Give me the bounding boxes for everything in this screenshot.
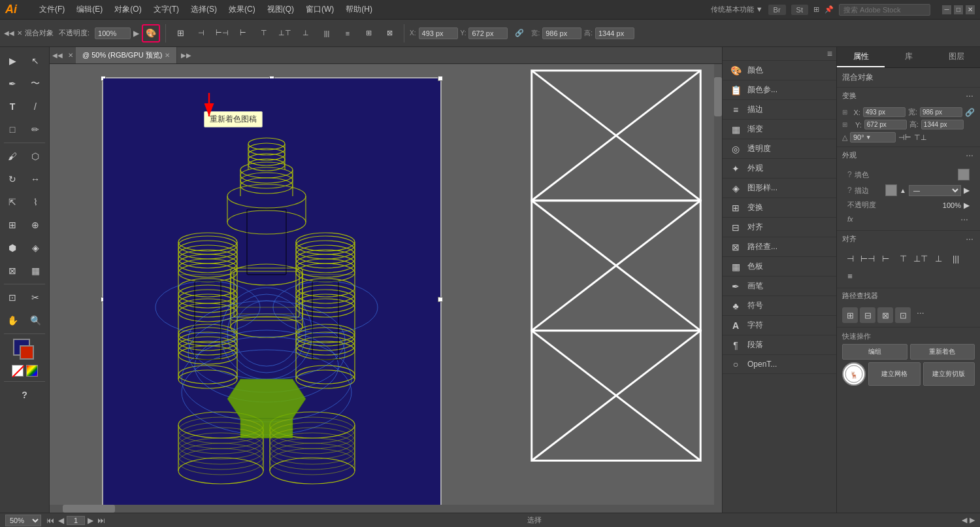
line-tool[interactable]: / — [24, 95, 46, 118]
panel-symbols[interactable]: ♣ 符号 — [723, 296, 836, 316]
rect-tool[interactable]: □ — [1, 118, 24, 141]
stroke-expand[interactable]: ▶ — [964, 186, 970, 195]
tab-layers[interactable]: 图层 — [932, 47, 980, 67]
direct-select-tool[interactable]: ↖ — [24, 50, 46, 72]
graph-tool[interactable]: ▦ — [24, 260, 46, 282]
reflect-tool[interactable]: ↔ — [24, 168, 46, 190]
slice-tool[interactable]: ✂ — [24, 286, 46, 309]
panel-color[interactable]: 🎨 颜色 — [723, 61, 836, 80]
h-prop-input[interactable] — [921, 120, 964, 129]
stroke-up[interactable]: ▲ — [900, 187, 906, 194]
link-proportions[interactable]: 🔗 — [510, 24, 529, 42]
perspective-tool[interactable]: ◈ — [24, 237, 46, 259]
w-prop-input[interactable] — [920, 107, 962, 117]
flip-v-btn[interactable]: ⊤⊥ — [914, 133, 927, 142]
minimize-button[interactable]: ─ — [942, 5, 951, 14]
panel-paragraph[interactable]: ¶ 段落 — [723, 335, 836, 355]
align-right-edge[interactable]: ⊢ — [877, 250, 893, 266]
curvature-tool[interactable]: 〜 — [24, 73, 46, 95]
question-tool[interactable]: ? — [14, 384, 36, 406]
rotate-tool[interactable]: ↻ — [1, 168, 24, 190]
blob-brush-tool[interactable]: ⬡ — [24, 145, 46, 167]
angle-dropdown[interactable]: ▼ — [866, 134, 872, 141]
spacing-btn[interactable]: ⊞ — [359, 24, 378, 42]
tab-close-btn[interactable]: ✕ — [165, 52, 170, 59]
fx-more-btn[interactable]: ··· — [959, 214, 970, 224]
opacity-expand-btn[interactable]: ▶ — [964, 201, 970, 210]
align-h-center[interactable]: ⊢⊣ — [213, 24, 231, 42]
maximize-button[interactable]: □ — [954, 5, 963, 14]
distrib-h2[interactable]: ||| — [948, 250, 964, 266]
warp-tool[interactable]: ⌇ — [24, 191, 46, 213]
paintbrush-tool[interactable]: 🖌 — [1, 145, 24, 167]
align-v-bottom[interactable]: ⊥ — [297, 24, 315, 42]
align-v-center[interactable]: ⊥⊤ — [276, 24, 294, 42]
search-input[interactable] — [839, 4, 930, 16]
pf-unite[interactable]: ⊞ — [842, 307, 858, 323]
align-left-edge[interactable]: ⊣ — [842, 250, 858, 266]
distrib-v2[interactable]: ≡ — [842, 268, 858, 284]
align-top-edge[interactable]: ⊤ — [895, 250, 911, 266]
panel-gradient[interactable]: ▦ 渐变 — [723, 120, 836, 139]
close-button[interactable]: ✕ — [966, 5, 975, 14]
menu-file[interactable]: 文件(F) — [34, 3, 70, 16]
x-input[interactable] — [419, 27, 458, 39]
pf-more-btn[interactable]: ··· — [915, 307, 926, 323]
menu-edit[interactable]: 编辑(E) — [71, 3, 108, 16]
scroll-thumb-v[interactable] — [714, 77, 722, 116]
status-arrow-right[interactable]: ▶ — [970, 516, 975, 524]
pf-exclude[interactable]: ⊡ — [895, 307, 911, 323]
active-tab[interactable]: @ 50% (RGB/GPU 预览) ✕ — [76, 47, 177, 63]
menu-object[interactable]: 对象(O) — [109, 3, 146, 16]
menu-help[interactable]: 帮助(H) — [340, 3, 378, 16]
tab-properties[interactable]: 属性 — [837, 47, 885, 67]
panel-swatches[interactable]: ▦ 色板 — [723, 257, 836, 277]
horizontal-scrollbar[interactable] — [50, 505, 714, 513]
pf-intersect[interactable]: ⊠ — [877, 307, 893, 323]
tab-close-left[interactable]: ✕ — [65, 52, 76, 59]
align-btn-1[interactable]: ⊞ — [171, 24, 189, 42]
align-v-centers[interactable]: ⊥⊤ — [913, 250, 928, 266]
panel-appearance[interactable]: ✦ 外观 — [723, 159, 836, 178]
scale-tool[interactable]: ⇱ — [1, 191, 24, 213]
tab-library[interactable]: 库 — [885, 47, 932, 67]
next-page-btn[interactable]: ▶ — [86, 516, 95, 525]
traditional-workspace[interactable]: 传统基本功能 ▼ — [711, 5, 763, 14]
menu-type[interactable]: 文字(T) — [148, 3, 184, 16]
last-page-btn[interactable]: ⏭ — [96, 516, 106, 525]
pen-tool[interactable]: ✒ — [1, 73, 24, 95]
zoom-select[interactable]: 50% 100% 200% — [5, 515, 41, 526]
menu-view[interactable]: 视图(Q) — [262, 3, 299, 16]
handle-tr[interactable] — [438, 76, 443, 81]
flip-h-btn[interactable]: ⊣⊢ — [898, 133, 911, 142]
selection-tool[interactable]: ▶ — [1, 50, 24, 72]
color-spectrum[interactable] — [26, 365, 38, 377]
panel-brushes[interactable]: ✒ 画笔 — [723, 277, 836, 296]
x-prop-input[interactable] — [863, 107, 906, 117]
color-swatches[interactable] — [13, 339, 37, 362]
panel-color-guide[interactable]: 📋 颜色参... — [723, 80, 836, 100]
type-tool[interactable]: T — [1, 95, 24, 118]
shape-builder-tool[interactable]: ⊕ — [24, 214, 46, 236]
align-section-header[interactable]: 对齐 ··· — [837, 231, 980, 246]
clip-mask-btn[interactable]: 建立剪切版 — [923, 362, 975, 386]
prop-link-icon[interactable]: 🔗 — [965, 108, 975, 117]
menu-effect[interactable]: 效果(C) — [223, 3, 261, 16]
panel-pathfinder[interactable]: ⊠ 路径查... — [723, 237, 836, 257]
scroll-thumb-h[interactable] — [63, 505, 115, 513]
fill-swatch[interactable] — [958, 169, 970, 180]
pin-icon[interactable]: 📌 — [825, 5, 834, 14]
distribute-v[interactable]: ≡ — [338, 24, 357, 42]
right-panel-more[interactable]: ≡ — [826, 48, 834, 59]
distribute-h[interactable]: ||| — [318, 24, 336, 42]
recolor-quick-btn[interactable]: 重新着色 — [910, 344, 975, 360]
pencil-tool[interactable]: ✏ — [24, 118, 46, 141]
bridge-button[interactable]: Br — [768, 5, 786, 15]
pathfinder-section-header[interactable]: 路径查找器 — [837, 288, 980, 303]
canvas-wrapper[interactable]: 重新着色图稿 — [50, 64, 722, 513]
align-h-left[interactable]: ⊣ — [192, 24, 210, 42]
stroke-weight-select[interactable]: — — [909, 185, 961, 196]
w-input[interactable] — [542, 27, 581, 39]
h-input[interactable] — [595, 27, 634, 39]
none-color[interactable] — [12, 365, 24, 377]
